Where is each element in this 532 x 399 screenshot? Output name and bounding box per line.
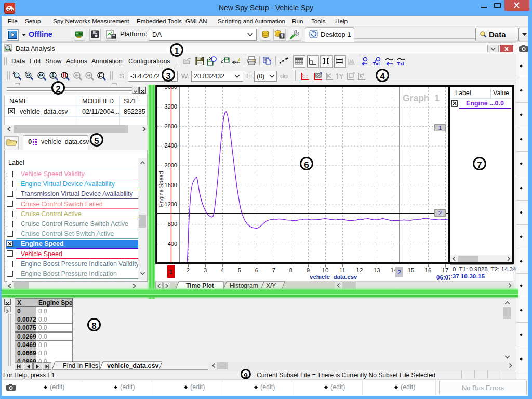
svg-text:2400: 2400 <box>165 142 177 149</box>
svg-text:3600: 3600 <box>165 87 177 90</box>
svg-text:Graph_1: Graph_1 <box>403 93 440 103</box>
svg-text:2000: 2000 <box>165 162 177 168</box>
svg-text:Engine Speed: Engine Speed <box>158 171 164 207</box>
svg-text:800: 800 <box>168 221 177 227</box>
svg-text:1600: 1600 <box>165 182 177 188</box>
svg-text:400: 400 <box>168 241 177 247</box>
svg-text:Txt: Txt <box>373 61 380 66</box>
svg-text:3200: 3200 <box>165 103 177 110</box>
svg-text:1200: 1200 <box>165 201 177 207</box>
svg-text:Find In Files: Find In Files <box>63 362 98 369</box>
svg-text:Txt: Txt <box>397 61 405 66</box>
svg-text:vehicle_data.csv: vehicle_data.csv <box>107 362 158 369</box>
